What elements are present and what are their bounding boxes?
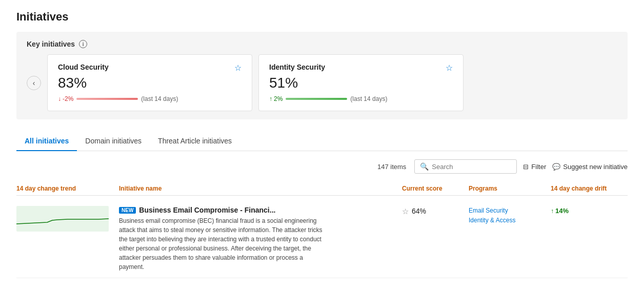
suggest-new-initiative-button[interactable]: 💬 Suggest new initiative bbox=[552, 163, 628, 171]
page-title: Initiatives bbox=[16, 10, 628, 24]
col-header-programs: Programs bbox=[469, 185, 551, 192]
row-description: Business email compromise (BEC) financia… bbox=[119, 216, 324, 272]
card-title: Cloud Security bbox=[58, 63, 109, 71]
favorite-star-button[interactable]: ☆ bbox=[234, 63, 242, 73]
trend-up-indicator: ↑ 2% bbox=[269, 95, 283, 102]
trend-label-2: (last 14 days) bbox=[350, 95, 387, 102]
filter-label: Filter bbox=[531, 163, 546, 171]
trend-value: -2% bbox=[63, 95, 73, 102]
toolbar: 147 items 🔍 ⊟ Filter 💬 Suggest new initi… bbox=[16, 159, 628, 174]
tabs-row: All initiatives Domain initiatives Threa… bbox=[16, 132, 628, 151]
row-drift: ↑ 14% bbox=[551, 206, 628, 215]
info-icon[interactable]: i bbox=[79, 40, 87, 48]
trend-down-indicator: ↓ -2% bbox=[58, 95, 73, 102]
favorite-star-button-2[interactable]: ☆ bbox=[446, 63, 453, 73]
card-header: Cloud Security ☆ bbox=[58, 63, 242, 73]
initiative-card-cloud-security: Cloud Security ☆ 83% ↓ -2% (last 14 days… bbox=[47, 54, 252, 111]
col-header-trend: 14 day change trend bbox=[16, 185, 119, 192]
suggest-label: Suggest new initiative bbox=[563, 163, 628, 171]
card-score-2: 51% bbox=[269, 75, 453, 91]
card-score: 83% bbox=[58, 75, 242, 91]
trend-chart bbox=[16, 206, 119, 233]
card-header-2: Identity Security ☆ bbox=[269, 63, 453, 73]
card-trend-2: ↑ 2% (last 14 days) bbox=[269, 95, 453, 102]
search-box[interactable]: 🔍 bbox=[414, 159, 517, 174]
items-count: 147 items bbox=[377, 163, 406, 171]
trend-arrow-down-icon: ↓ bbox=[58, 95, 61, 102]
col-header-score: Current score bbox=[402, 185, 469, 192]
svg-rect-0 bbox=[16, 206, 109, 232]
trend-bar-red bbox=[76, 98, 138, 100]
key-initiatives-section: Key initiatives i ‹ Cloud Security ☆ 83%… bbox=[16, 32, 628, 119]
filter-icon: ⊟ bbox=[523, 163, 529, 171]
score-value: 64% bbox=[412, 207, 426, 215]
row-favorite-star-button[interactable]: ☆ bbox=[402, 207, 409, 216]
table-header: 14 day change trend Initiative name Curr… bbox=[16, 182, 628, 196]
trend-chart-svg bbox=[16, 206, 109, 232]
row-title-text[interactable]: Business Email Compromise - Financi... bbox=[139, 206, 275, 214]
key-initiatives-label: Key initiatives bbox=[27, 40, 75, 48]
filter-button[interactable]: ⊟ Filter bbox=[523, 163, 546, 171]
search-icon: 🔍 bbox=[420, 162, 429, 171]
program-item-email[interactable]: Email Security bbox=[469, 206, 551, 216]
row-title: NEW Business Email Compromise - Financi.… bbox=[119, 206, 396, 214]
col-header-name: Initiative name bbox=[119, 185, 402, 192]
row-initiative-name: NEW Business Email Compromise - Financi.… bbox=[119, 206, 402, 272]
drift-value: 14% bbox=[555, 207, 569, 215]
table-row: NEW Business Email Compromise - Financi.… bbox=[16, 200, 628, 278]
search-input[interactable] bbox=[432, 163, 511, 171]
trend-bar-green bbox=[286, 98, 347, 100]
tab-domain-initiatives[interactable]: Domain initiatives bbox=[77, 132, 150, 151]
trend-label: (last 14 days) bbox=[141, 95, 178, 102]
card-trend: ↓ -2% (last 14 days) bbox=[58, 95, 242, 102]
tab-threat-article-initiatives[interactable]: Threat Article initiatives bbox=[150, 132, 240, 151]
key-initiatives-header: Key initiatives i bbox=[27, 40, 617, 48]
trend-arrow-up-icon: ↑ bbox=[269, 95, 272, 102]
card-title-2: Identity Security bbox=[269, 63, 325, 71]
tab-all-initiatives[interactable]: All initiatives bbox=[16, 132, 77, 151]
program-item-identity[interactable]: Identity & Access bbox=[469, 216, 551, 225]
col-header-drift: 14 day change drift bbox=[551, 185, 628, 192]
new-badge: NEW bbox=[119, 207, 136, 214]
trend-value-2: 2% bbox=[274, 95, 283, 102]
drift-arrow-up-icon: ↑ bbox=[551, 207, 554, 215]
initiative-card-identity-security: Identity Security ☆ 51% ↑ 2% (last 14 da… bbox=[258, 54, 464, 111]
row-programs: Email Security Identity & Access bbox=[469, 206, 551, 225]
comment-icon: 💬 bbox=[552, 163, 560, 171]
row-score: ☆ 64% bbox=[402, 206, 469, 216]
drift-up-indicator: ↑ 14% bbox=[551, 207, 569, 215]
cards-row: ‹ Cloud Security ☆ 83% ↓ -2% (last 14 da… bbox=[27, 54, 617, 111]
chevron-left-button[interactable]: ‹ bbox=[27, 76, 41, 90]
